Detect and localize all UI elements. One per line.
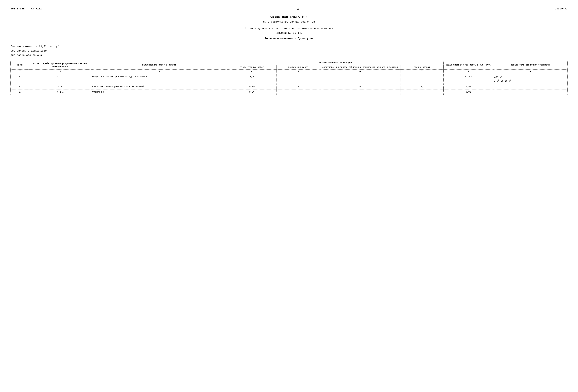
col-header-num: № пп [11, 61, 29, 69]
meta-cost: Сметная стоимость 19,22 тыс.руб. [10, 45, 568, 48]
header-right: 15859-31 [555, 7, 568, 11]
cell-obshaya: 0,06 [444, 89, 493, 95]
table-index-row: I 2 3 4 5 6 7 8 9 [11, 70, 567, 74]
col-header-name: Наименование работ и затрат [91, 61, 227, 69]
cell-pokazateli: 468 м3I м3-25,58 м3 [493, 74, 567, 84]
idx-1: I [11, 70, 29, 74]
idx-2: 2 [29, 70, 91, 74]
meta-region: для базисного района [10, 53, 568, 57]
cell-num: 3. [11, 89, 29, 95]
col-header-equip: оборудова-ния,приспо-соблений и производ… [320, 65, 400, 70]
cell-prochie: – [400, 74, 444, 84]
cell-num: 1. [11, 74, 29, 84]
cell-montazh: – [277, 84, 320, 89]
cell-prochie: –, [400, 84, 444, 89]
idx-8: 8 [444, 70, 493, 74]
cell-ref: 4-I-2 [29, 84, 91, 89]
col-header-prochie: прочих затрат [400, 65, 444, 70]
cell-montazh: – [277, 74, 320, 84]
cell-name: Общестроительные работы склада реагентов [91, 74, 227, 84]
table-row: 3.4-2-IОтопление0,06–––0,06 [11, 89, 567, 95]
idx-4: 4 [227, 70, 277, 74]
idx-5: 5 [277, 70, 320, 74]
page-header: 903-I-I5B Ан.XXIX - 3 - 15859-31 [10, 7, 568, 11]
cell-pokazateli [493, 84, 567, 89]
cell-prochie: – [400, 89, 444, 95]
cell-montazh: – [277, 89, 320, 95]
meta-section: Сметная стоимость 19,22 тыс.руб. Составл… [10, 45, 568, 57]
idx-3: 3 [91, 70, 227, 74]
cell-stroy: 0,06 [227, 89, 277, 95]
cell-name: Канал от склада реаген-тов к котельной [91, 84, 227, 89]
project-info-line2: котлами КВ-ІО-І4С [10, 31, 568, 35]
col-header-obshaya: Общая сметная стои-мость в тыс. руб. [444, 61, 493, 69]
doc-number: 903-I-I5B [10, 7, 25, 10]
cell-obshaya: 0,99 [444, 84, 493, 89]
cell-stroy: II,82 [227, 74, 277, 84]
idx-9: 9 [493, 70, 567, 74]
idx-6: 6 [320, 70, 400, 74]
col-header-smeta-span: Сметная стоимость в тыс.руб. [227, 61, 444, 65]
meta-year: Составлена в ценах 1969г. [10, 49, 568, 53]
sub-title: На строительство склада реагентов [10, 20, 568, 24]
cell-equip: – [320, 74, 400, 84]
header-left: 903-I-I5B Ан.XXIX [10, 7, 42, 11]
col-header-pokazateli: Показа-тели единичной стоимости [493, 61, 567, 69]
table-header-row1: № пп № смет, прейскуран-тов,укрупнен-ных… [11, 61, 567, 65]
idx-7: 7 [400, 70, 444, 74]
col-header-stroy: строи-тельных работ [227, 65, 277, 70]
cell-obshaya: II,82 [444, 74, 493, 84]
cell-ref: 4-2-I [29, 89, 91, 95]
col-header-montazh: монтаж-ных работ [277, 65, 320, 70]
doc-section: Ан.XXIX [31, 7, 42, 10]
main-table: № пп № смет, прейскуран-тов,укрупнен-ных… [11, 61, 567, 95]
title-section: ОБЪЕКТНАЯ СМЕТА № 4 На строительство скл… [10, 15, 568, 40]
table-row: 1.4-I-IОбщестроительные работы склада ре… [11, 74, 567, 84]
table-body: 1.4-I-IОбщестроительные работы склада ре… [11, 74, 567, 95]
table-row: 2.4-I-2Канал от склада реаген-тов к коте… [11, 84, 567, 89]
cell-stroy: 0,99 [227, 84, 277, 89]
cell-equip: – [320, 84, 400, 89]
table-container: № пп № смет, прейскуран-тов,укрупнен-ных… [10, 61, 568, 95]
fuel-info: Топливо – каменные и бурые угли [10, 37, 568, 40]
main-title: ОБЪЕКТНАЯ СМЕТА № 4 [10, 15, 568, 19]
cell-ref: 4-I-I [29, 74, 91, 84]
cell-name: Отопление [91, 89, 227, 95]
header-center: - 3 - [293, 7, 304, 11]
cell-equip: – [320, 89, 400, 95]
col-header-ref: № смет, прейскуран-тов,укрупнен-ных смет… [29, 61, 91, 69]
project-info-line1: К типовому проекту на строительство коте… [10, 27, 568, 30]
cell-num: 2. [11, 84, 29, 89]
cell-pokazateli [493, 89, 567, 95]
